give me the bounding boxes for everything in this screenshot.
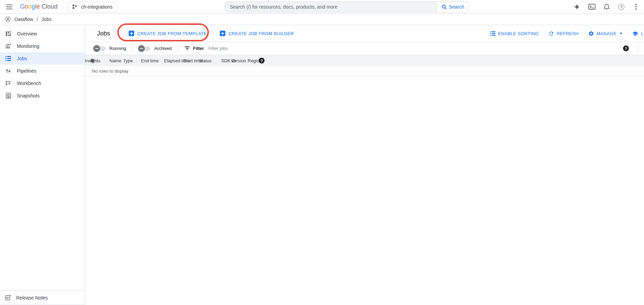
column-header-status: Status — [199, 58, 212, 63]
search-icon — [441, 4, 447, 10]
sidebar-item-snapshots[interactable]: Snapshots — [0, 90, 85, 102]
create-job-from-builder-button[interactable]: CREATE JOB FROM BUILDER — [220, 31, 294, 36]
sidebar-item-release-notes[interactable]: Release Notes — [0, 290, 85, 305]
main-content: Jobs CREATE JOB FROM TEMPLATE CREATE JOB… — [85, 25, 644, 305]
learn-button[interactable]: LEARN — [632, 31, 644, 36]
overview-icon — [5, 30, 12, 37]
column-header-name: Name — [109, 58, 121, 63]
search-bar: Search — [225, 1, 469, 12]
search-button[interactable]: Search — [437, 1, 469, 12]
create-job-from-template-label: CREATE JOB FROM TEMPLATE — [137, 31, 207, 36]
column-header-type: Type — [123, 58, 133, 63]
snapshots-icon — [5, 92, 12, 99]
archived-toggle[interactable] — [139, 46, 150, 51]
refresh-button[interactable]: REFRESH — [548, 31, 579, 36]
sort-list-icon — [490, 31, 496, 36]
filter-button[interactable]: Filter — [184, 46, 204, 51]
plus-icon — [129, 31, 134, 36]
logo-cloud: Cloud — [42, 3, 58, 10]
logo-google: Google — [20, 3, 40, 10]
divider — [638, 44, 638, 53]
manage-button[interactable]: MANAGE — [588, 31, 622, 36]
google-cloud-logo[interactable]: Google Cloud — [20, 3, 57, 10]
sidebar-item-jobs[interactable]: Jobs — [0, 52, 85, 65]
empty-table-message: No rows to display — [85, 66, 644, 76]
help-icon[interactable] — [617, 2, 626, 11]
enable-sorting-label: ENABLE SORTING — [498, 31, 539, 36]
gear-icon — [588, 31, 594, 36]
search-button-label: Search — [449, 4, 464, 10]
more-icon[interactable] — [632, 2, 641, 11]
breadcrumb-page: Jobs — [41, 17, 52, 22]
enable-sorting-button[interactable]: ENABLE SORTING — [490, 31, 539, 36]
pipelines-icon — [5, 67, 12, 74]
menu-icon[interactable] — [3, 1, 15, 13]
topbar-icons — [572, 2, 641, 11]
divider — [132, 45, 132, 52]
column-header-end-time: End time — [141, 58, 159, 63]
sidebar-item-pipelines[interactable]: Pipelines — [0, 65, 85, 77]
column-header-id: ID — [231, 58, 236, 63]
create-job-from-builder-label: CREATE JOB FROM BUILDER — [228, 31, 294, 36]
sidebar-item-workbench[interactable]: Workbench — [0, 77, 85, 90]
insights-help-icon[interactable] — [259, 58, 265, 64]
archived-toggle-label: Archived — [154, 46, 172, 51]
sidebar-item-overview[interactable]: Overview — [0, 28, 85, 40]
filter-row: Running Archived Filter — [85, 42, 644, 55]
running-toggle-label: Running — [109, 46, 126, 51]
project-icon — [72, 4, 78, 10]
filter-label: Filter — [193, 46, 204, 51]
breadcrumb-product[interactable]: Dataflow — [14, 17, 33, 22]
sidebar-item-monitoring[interactable]: Monitoring — [0, 40, 85, 52]
sidebar-item-label: Jobs — [17, 56, 27, 61]
page-title: Jobs — [97, 30, 110, 37]
top-bar: Google Cloud ch-integrations Search — [0, 0, 644, 14]
page-header: Jobs CREATE JOB FROM TEMPLATE CREATE JOB… — [85, 25, 644, 42]
manage-label: MANAGE — [597, 31, 616, 36]
running-toggle[interactable] — [94, 46, 106, 51]
sidebar-item-label: Snapshots — [17, 93, 40, 98]
gemini-icon[interactable] — [572, 2, 581, 11]
sidebar-item-label: Release Notes — [16, 295, 48, 301]
filter-help-icon[interactable] — [623, 45, 629, 51]
sidebar-item-label: Workbench — [17, 81, 41, 86]
search-input[interactable] — [225, 1, 437, 12]
jobs-list-icon — [5, 55, 12, 62]
filter-icon — [184, 46, 190, 51]
notifications-icon[interactable] — [602, 2, 611, 11]
create-job-from-template-button[interactable]: CREATE JOB FROM TEMPLATE — [129, 31, 207, 36]
filter-jobs-input[interactable] — [208, 46, 291, 51]
jobs-table-header: Name Type End time Elapsed time Start ti… — [85, 55, 644, 66]
sidebar-item-label: Monitoring — [17, 43, 39, 49]
column-header-insights: Insights — [85, 58, 100, 63]
project-selector[interactable]: ch-integrations — [67, 2, 117, 12]
workbench-icon — [5, 80, 12, 87]
refresh-icon — [548, 31, 554, 36]
release-notes-icon — [5, 295, 11, 301]
project-name: ch-integrations — [81, 4, 112, 10]
sidebar: Overview Monitoring — [0, 25, 85, 305]
chevron-down-icon — [620, 33, 622, 34]
cloud-shell-icon[interactable] — [587, 2, 596, 11]
refresh-label: REFRESH — [557, 31, 579, 36]
divider — [178, 45, 178, 52]
plus-icon — [220, 31, 225, 36]
breadcrumb: Dataflow / Jobs — [0, 14, 644, 25]
school-icon — [632, 31, 638, 36]
dataflow-icon — [4, 16, 11, 23]
header-toolbar: ENABLE SORTING REFRESH MANAGE — [490, 25, 644, 42]
monitoring-icon — [5, 43, 12, 50]
sidebar-item-label: Overview — [17, 31, 37, 36]
breadcrumb-separator: / — [36, 17, 38, 22]
learn-label: LEARN — [641, 31, 644, 36]
sidebar-item-label: Pipelines — [17, 68, 36, 74]
